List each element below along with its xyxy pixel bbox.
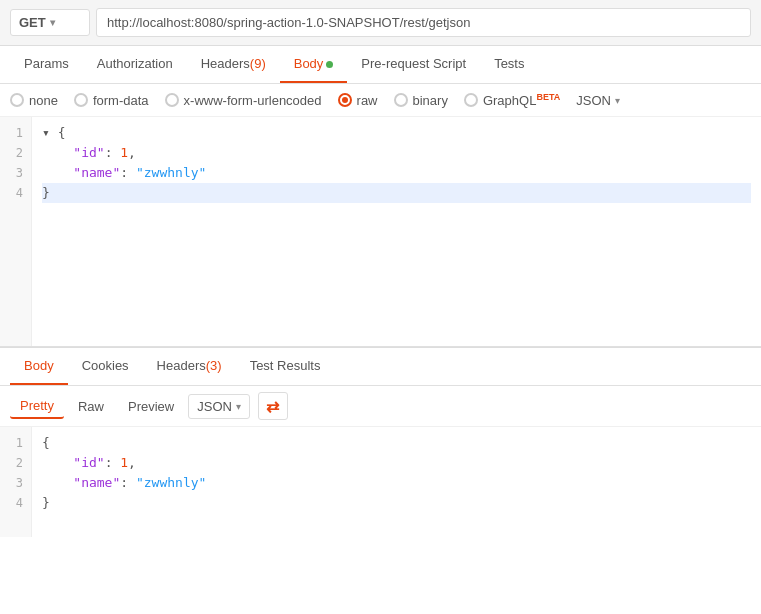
- resp-code-line-2: "id": 1,: [42, 453, 751, 473]
- radio-urlencoded-circle: [165, 93, 179, 107]
- tab-body-label: Body: [294, 56, 324, 71]
- request-tabs: Params Authorization Headers(9) Body Pre…: [0, 46, 761, 84]
- json-format-label: JSON: [576, 93, 611, 108]
- raw-button[interactable]: Raw: [68, 395, 114, 418]
- url-bar: GET ▾: [0, 0, 761, 46]
- radio-raw-circle: [338, 93, 352, 107]
- response-tabs: Body Cookies Headers(3) Test Results: [0, 348, 761, 386]
- response-tab-headers[interactable]: Headers(3): [143, 348, 236, 385]
- radio-graphql-label: GraphQLBETA: [483, 92, 560, 108]
- resp-code-line-1: {: [42, 433, 751, 453]
- code-line-1: ▾ {: [42, 123, 751, 143]
- response-tab-test-results[interactable]: Test Results: [236, 348, 335, 385]
- response-tab-headers-badge: (3): [206, 358, 222, 373]
- response-line-numbers: 1 2 3 4: [0, 427, 32, 537]
- request-editor[interactable]: 1 2 3 4 ▾ { "id": 1, "name": "zwwhnly" }: [0, 117, 761, 347]
- ln-3: 3: [0, 163, 23, 183]
- radio-form-data-label: form-data: [93, 93, 149, 108]
- radio-raw-label: raw: [357, 93, 378, 108]
- radio-urlencoded-label: x-www-form-urlencoded: [184, 93, 322, 108]
- json-response-dropdown[interactable]: JSON ▾: [188, 394, 250, 419]
- tab-params[interactable]: Params: [10, 46, 83, 83]
- response-tab-body[interactable]: Body: [10, 348, 68, 385]
- json-format-dropdown[interactable]: JSON ▾: [576, 93, 620, 108]
- radio-graphql-circle: [464, 93, 478, 107]
- tab-pre-request-script[interactable]: Pre-request Script: [347, 46, 480, 83]
- wrap-button[interactable]: ⇄: [258, 392, 288, 420]
- method-dropdown-arrow: ▾: [50, 17, 55, 28]
- body-type-row: none form-data x-www-form-urlencoded raw…: [0, 84, 761, 117]
- response-section: Body Cookies Headers(3) Test Results Pre…: [0, 347, 761, 537]
- method-value: GET: [19, 15, 46, 30]
- tab-tests[interactable]: Tests: [480, 46, 538, 83]
- url-input[interactable]: [96, 8, 751, 37]
- resp-code-line-4: }: [42, 493, 751, 513]
- resp-ln-2: 2: [0, 453, 23, 473]
- resp-ln-3: 3: [0, 473, 23, 493]
- ln-1: 1: [0, 123, 23, 143]
- radio-none-label: none: [29, 93, 58, 108]
- pretty-button[interactable]: Pretty: [10, 394, 64, 419]
- response-code: 1 2 3 4 { "id": 1, "name": "zwwhnly" }: [0, 427, 761, 537]
- radio-none[interactable]: none: [10, 93, 58, 108]
- tab-body[interactable]: Body: [280, 46, 348, 83]
- body-active-dot: [326, 61, 333, 68]
- code-line-2: "id": 1,: [42, 143, 751, 163]
- radio-binary-circle: [394, 93, 408, 107]
- preview-button[interactable]: Preview: [118, 395, 184, 418]
- code-line-4: }: [42, 183, 751, 203]
- json-response-arrow: ▾: [236, 401, 241, 412]
- ln-4: 4: [0, 183, 23, 203]
- radio-urlencoded[interactable]: x-www-form-urlencoded: [165, 93, 322, 108]
- wrap-icon: ⇄: [266, 397, 279, 416]
- radio-form-data-circle: [74, 93, 88, 107]
- json-response-label: JSON: [197, 399, 232, 414]
- response-tab-headers-label: Headers: [157, 358, 206, 373]
- radio-binary[interactable]: binary: [394, 93, 448, 108]
- json-format-arrow: ▾: [615, 95, 620, 106]
- resp-code-line-3: "name": "zwwhnly": [42, 473, 751, 493]
- beta-badge: BETA: [536, 92, 560, 102]
- line-numbers: 1 2 3 4: [0, 117, 32, 346]
- radio-raw[interactable]: raw: [338, 93, 378, 108]
- ln-2: 2: [0, 143, 23, 163]
- tab-authorization[interactable]: Authorization: [83, 46, 187, 83]
- response-code-content[interactable]: { "id": 1, "name": "zwwhnly" }: [32, 427, 761, 537]
- code-content[interactable]: ▾ { "id": 1, "name": "zwwhnly" }: [32, 117, 761, 346]
- code-lines: 1 2 3 4 ▾ { "id": 1, "name": "zwwhnly" }: [0, 117, 761, 346]
- resp-ln-4: 4: [0, 493, 23, 513]
- response-editor[interactable]: 1 2 3 4 { "id": 1, "name": "zwwhnly" }: [0, 427, 761, 537]
- tab-headers[interactable]: Headers(9): [187, 46, 280, 83]
- method-select[interactable]: GET ▾: [10, 9, 90, 36]
- radio-form-data[interactable]: form-data: [74, 93, 149, 108]
- radio-binary-label: binary: [413, 93, 448, 108]
- resp-ln-1: 1: [0, 433, 23, 453]
- tab-headers-label: Headers: [201, 56, 250, 71]
- radio-none-circle: [10, 93, 24, 107]
- response-toolbar: Pretty Raw Preview JSON ▾ ⇄: [0, 386, 761, 427]
- tab-headers-badge: (9): [250, 56, 266, 71]
- code-line-3: "name": "zwwhnly": [42, 163, 751, 183]
- radio-graphql[interactable]: GraphQLBETA: [464, 92, 560, 108]
- response-tab-cookies[interactable]: Cookies: [68, 348, 143, 385]
